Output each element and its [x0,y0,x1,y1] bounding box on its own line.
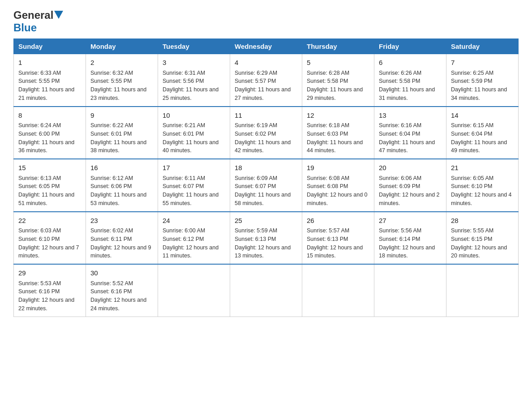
daylight-label: Daylight: 12 hours and 2 minutes. [379,192,440,206]
day-cell: 5Sunrise: 6:28 AMSunset: 5:58 PMDaylight… [302,54,374,107]
sunset-label: Sunset: 6:13 PM [307,236,348,242]
sunrise-label: Sunrise: 6:29 AM [235,70,277,76]
day-number: 23 [90,216,153,226]
sunset-label: Sunset: 6:08 PM [307,183,348,189]
sunrise-label: Sunrise: 6:18 AM [307,122,349,128]
day-cell: 14Sunrise: 6:15 AMSunset: 6:04 PMDayligh… [446,107,519,159]
daylight-label: Daylight: 12 hours and 20 minutes. [451,244,507,259]
day-cell: 2Sunrise: 6:32 AMSunset: 5:55 PMDaylight… [86,54,158,107]
day-cell: 30Sunrise: 5:52 AMSunset: 6:16 PMDayligh… [86,264,158,317]
daylight-label: Daylight: 11 hours and 34 minutes. [451,86,507,101]
day-cell: 3Sunrise: 6:31 AMSunset: 5:56 PMDaylight… [158,54,230,107]
day-number: 14 [451,111,514,121]
col-header-thursday: Thursday [302,39,374,54]
day-number: 30 [90,268,153,278]
sunset-label: Sunset: 6:11 PM [90,236,132,242]
daylight-label: Daylight: 12 hours and 11 minutes. [163,244,219,259]
sunrise-label: Sunrise: 5:52 AM [90,280,133,287]
day-number: 12 [307,111,369,121]
daylight-label: Daylight: 11 hours and 44 minutes. [307,139,363,154]
logo: General Blue [13,9,63,34]
sunrise-label: Sunrise: 6:25 AM [451,70,493,76]
sunrise-label: Sunrise: 5:56 AM [379,227,421,234]
sunrise-label: Sunrise: 6:21 AM [163,122,205,128]
day-number: 11 [235,111,297,121]
daylight-label: Daylight: 12 hours and 7 minutes. [18,244,79,259]
sunrise-label: Sunrise: 5:55 AM [451,227,493,234]
sunset-label: Sunset: 6:16 PM [18,288,60,295]
day-number: 1 [18,58,81,68]
sunset-label: Sunset: 6:10 PM [451,183,492,189]
week-row-4: 22Sunrise: 6:03 AMSunset: 6:10 PMDayligh… [14,212,519,265]
day-number: 13 [379,111,442,121]
calendar-body: 1Sunrise: 6:33 AMSunset: 5:55 PMDaylight… [14,54,519,317]
daylight-label: Daylight: 11 hours and 58 minutes. [235,192,291,206]
daylight-label: Daylight: 11 hours and 31 minutes. [379,86,435,101]
sunrise-label: Sunrise: 6:00 AM [163,227,205,234]
sunset-label: Sunset: 6:07 PM [163,183,204,189]
daylight-label: Daylight: 11 hours and 49 minutes. [451,139,507,154]
sunrise-label: Sunrise: 6:05 AM [451,175,493,181]
day-cell [302,264,374,317]
day-cell: 27Sunrise: 5:56 AMSunset: 6:14 PMDayligh… [374,212,446,265]
day-number: 29 [18,268,81,278]
day-cell: 11Sunrise: 6:19 AMSunset: 6:02 PMDayligh… [230,107,302,159]
page-header: General Blue [13,9,519,34]
day-number: 22 [18,216,81,226]
sunrise-label: Sunrise: 6:15 AM [451,122,493,128]
sunset-label: Sunset: 6:07 PM [235,183,276,189]
day-number: 17 [163,163,225,173]
week-row-1: 1Sunrise: 6:33 AMSunset: 5:55 PMDaylight… [14,54,519,107]
daylight-label: Daylight: 11 hours and 51 minutes. [18,192,74,206]
sunset-label: Sunset: 6:01 PM [163,131,204,137]
day-cell [158,264,230,317]
day-cell: 26Sunrise: 5:57 AMSunset: 6:13 PMDayligh… [302,212,374,265]
sunset-label: Sunset: 6:15 PM [451,236,492,242]
day-cell: 1Sunrise: 6:33 AMSunset: 5:55 PMDaylight… [14,54,86,107]
daylight-label: Daylight: 12 hours and 24 minutes. [90,297,146,312]
day-cell: 22Sunrise: 6:03 AMSunset: 6:10 PMDayligh… [14,212,86,265]
sunrise-label: Sunrise: 6:24 AM [18,122,61,128]
day-number: 16 [90,163,153,173]
day-cell: 13Sunrise: 6:16 AMSunset: 6:04 PMDayligh… [374,107,446,159]
col-header-saturday: Saturday [446,39,519,54]
sunrise-label: Sunrise: 6:08 AM [307,175,349,181]
day-cell: 9Sunrise: 6:22 AMSunset: 6:01 PMDaylight… [86,107,158,159]
header-row: SundayMondayTuesdayWednesdayThursdayFrid… [14,39,519,54]
sunset-label: Sunset: 5:58 PM [307,78,348,84]
day-number: 15 [18,163,81,173]
col-header-monday: Monday [86,39,158,54]
day-number: 3 [163,58,225,68]
col-header-friday: Friday [374,39,446,54]
day-cell: 20Sunrise: 6:06 AMSunset: 6:09 PMDayligh… [374,159,446,212]
daylight-label: Daylight: 11 hours and 40 minutes. [163,139,219,154]
sunset-label: Sunset: 6:06 PM [90,183,132,189]
daylight-label: Daylight: 12 hours and 9 minutes. [90,244,151,259]
daylight-label: Daylight: 11 hours and 23 minutes. [90,86,146,101]
day-cell: 6Sunrise: 6:26 AMSunset: 5:58 PMDaylight… [374,54,446,107]
week-row-2: 8Sunrise: 6:24 AMSunset: 6:00 PMDaylight… [14,107,519,159]
day-number: 24 [163,216,225,226]
day-number: 2 [90,58,153,68]
daylight-label: Daylight: 11 hours and 47 minutes. [379,139,435,154]
logo-triangle-icon [54,11,63,21]
daylight-label: Daylight: 11 hours and 29 minutes. [307,86,363,101]
day-number: 4 [235,58,297,68]
day-cell: 21Sunrise: 6:05 AMSunset: 6:10 PMDayligh… [446,159,519,212]
daylight-label: Daylight: 11 hours and 36 minutes. [18,139,74,154]
sunset-label: Sunset: 6:04 PM [451,131,492,137]
sunset-label: Sunset: 6:02 PM [235,131,276,137]
sunset-label: Sunset: 6:09 PM [379,183,420,189]
sunrise-label: Sunrise: 6:28 AM [307,70,349,76]
week-row-5: 29Sunrise: 5:53 AMSunset: 6:16 PMDayligh… [14,264,519,317]
day-cell: 23Sunrise: 6:02 AMSunset: 6:11 PMDayligh… [86,212,158,265]
daylight-label: Daylight: 12 hours and 13 minutes. [235,244,291,259]
day-number: 26 [307,216,369,226]
sunset-label: Sunset: 5:59 PM [451,78,492,84]
col-header-wednesday: Wednesday [230,39,302,54]
sunset-label: Sunset: 5:55 PM [18,78,60,84]
day-cell [374,264,446,317]
daylight-label: Daylight: 12 hours and 18 minutes. [379,244,435,259]
sunrise-label: Sunrise: 6:22 AM [90,122,133,128]
day-number: 8 [18,111,81,121]
